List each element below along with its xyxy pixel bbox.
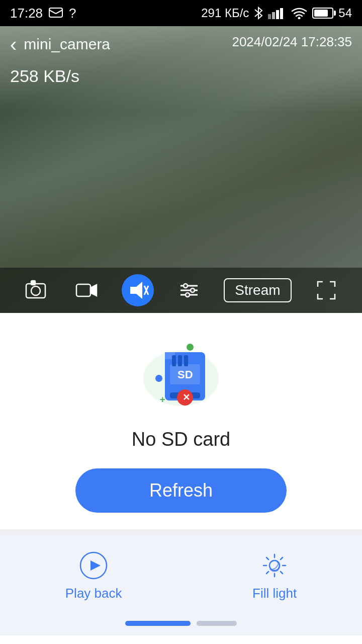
svg-rect-3 <box>268 14 271 19</box>
fill-light-label: Fill light <box>252 586 297 601</box>
svg-point-7 <box>298 17 301 20</box>
home-pill-light <box>197 621 237 626</box>
message-icon <box>49 8 63 19</box>
home-pill <box>125 621 191 626</box>
battery-icon <box>312 8 333 19</box>
svg-rect-0 <box>49 8 62 17</box>
svg-line-46 <box>281 557 283 559</box>
svg-point-9 <box>31 286 40 295</box>
playback-label: Play back <box>65 586 122 601</box>
svg-marker-38 <box>90 560 101 571</box>
back-button[interactable]: ‹ mini_camera <box>10 34 110 54</box>
sd-section: + + SD ✕ No SD card Refresh <box>0 313 362 529</box>
svg-line-1 <box>49 10 56 14</box>
refresh-button[interactable]: Refresh <box>75 468 287 513</box>
svg-point-26 <box>155 375 162 382</box>
camera-controls: Stream <box>0 268 362 313</box>
svg-text:SD: SD <box>177 368 193 381</box>
svg-rect-4 <box>272 12 275 19</box>
svg-rect-10 <box>31 281 35 285</box>
camera-name: mini_camera <box>24 36 110 53</box>
back-arrow-icon: ‹ <box>10 34 17 54</box>
camera-bitrate: 258 KB/s <box>10 66 79 86</box>
screenshot-button[interactable] <box>20 274 52 306</box>
stream-button[interactable]: Stream <box>224 278 291 302</box>
playback-item[interactable]: Play back <box>65 550 122 601</box>
camera-header: ‹ mini_camera 2024/02/24 17:28:35 <box>0 26 362 62</box>
network-speed: 291 КБ/с <box>201 6 249 20</box>
svg-text:✕: ✕ <box>183 392 190 403</box>
wifi-icon <box>291 7 307 19</box>
video-button[interactable] <box>70 274 103 306</box>
camera-datetime: 2024/02/24 17:28:35 <box>232 34 352 50</box>
svg-line-44 <box>266 557 268 559</box>
svg-text:+: + <box>160 394 165 405</box>
svg-line-45 <box>281 572 283 574</box>
playback-icon <box>78 550 109 581</box>
no-sd-text: No SD card <box>132 429 230 450</box>
battery-level: 54 <box>338 6 352 20</box>
signal-icon <box>268 7 286 19</box>
status-question: ? <box>69 6 76 21</box>
svg-rect-6 <box>280 8 283 19</box>
fullscreen-button[interactable] <box>310 274 342 306</box>
svg-point-20 <box>191 288 195 292</box>
svg-marker-12 <box>90 285 97 296</box>
fill-light-icon <box>259 550 290 581</box>
settings-button[interactable] <box>173 274 205 306</box>
sd-illustration: + + SD ✕ <box>131 333 231 414</box>
svg-marker-13 <box>130 282 142 299</box>
bottom-bar: Play back Fill light <box>0 535 362 611</box>
home-indicator <box>0 611 362 635</box>
svg-rect-5 <box>276 10 279 19</box>
svg-line-47 <box>266 572 268 574</box>
svg-rect-32 <box>178 355 182 366</box>
section-divider <box>0 529 362 535</box>
svg-rect-33 <box>184 355 188 366</box>
svg-point-19 <box>184 284 188 288</box>
fill-light-item[interactable]: Fill light <box>252 550 297 601</box>
mute-button[interactable] <box>122 274 154 306</box>
camera-view: ‹ mini_camera 2024/02/24 17:28:35 258 KB… <box>0 26 362 313</box>
svg-point-25 <box>187 344 194 351</box>
status-bar: 17:28 ? 291 КБ/с 54 <box>0 0 362 26</box>
bluetooth-icon <box>254 7 263 20</box>
status-time: 17:28 <box>10 6 43 21</box>
svg-rect-11 <box>76 284 90 296</box>
svg-point-21 <box>186 293 190 297</box>
svg-rect-31 <box>172 355 176 366</box>
svg-line-2 <box>56 10 62 14</box>
